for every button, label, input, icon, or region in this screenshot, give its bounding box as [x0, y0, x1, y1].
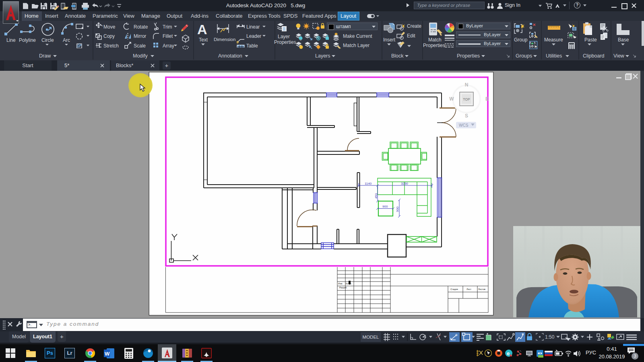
svg-text:Разраб.: Разраб. [339, 286, 347, 289]
svg-text:W: W [105, 351, 110, 357]
svg-text:900: 900 [382, 205, 388, 208]
svg-text:WCS: WCS [459, 123, 469, 128]
svg-text:S: S [465, 113, 468, 119]
svg-text:Стадия: Стадия [450, 288, 458, 290]
svg-text:W: W [449, 96, 454, 102]
svg-text:Лист: Лист [466, 288, 471, 290]
svg-text:1140: 1140 [365, 182, 372, 185]
svg-text:Изм.: Изм. [338, 282, 343, 285]
svg-text:!: ! [512, 354, 512, 357]
svg-text:3250: 3250 [401, 182, 408, 185]
svg-text:900: 900 [396, 206, 399, 212]
svg-text:TOP: TOP [463, 97, 470, 101]
svg-text:N: N [465, 82, 469, 88]
svg-text:450: 450 [374, 193, 378, 199]
svg-text:Листов: Листов [478, 288, 485, 290]
svg-text:E: E [485, 96, 489, 102]
svg-text:e: e [507, 350, 510, 356]
